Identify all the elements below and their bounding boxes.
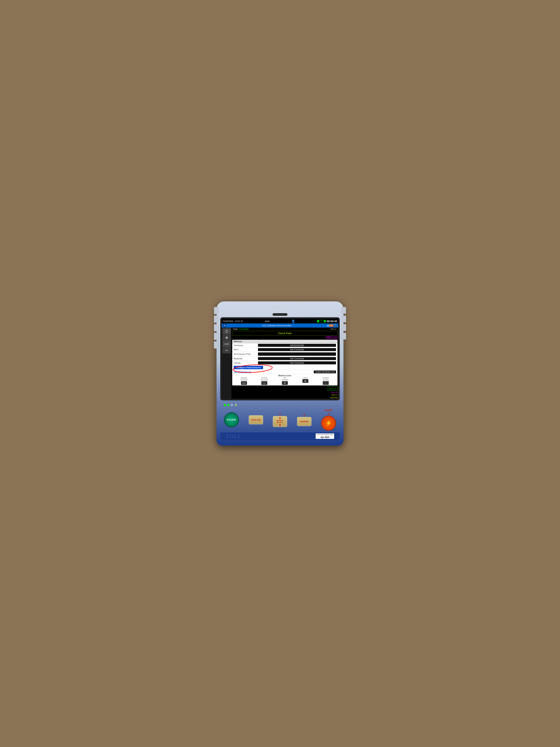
zoll-device: ZOLL® 01/02/2024 10:51:37 Adult 👤 ████ 0… [216, 302, 344, 445]
limits-label: Limits [224, 343, 229, 345]
screen-layout: 01/02/2024 10:51:37 Adult 👤 ████ 00:04:4… [222, 319, 338, 399]
right-hw-btn-3[interactable] [342, 324, 346, 331]
wifi-label: Wi-Fi [234, 349, 258, 351]
bluetooth-connected-label: BluetoothConnected [240, 377, 247, 381]
timer-display: 00:04:43 [327, 320, 337, 323]
battery-icon: ████ [317, 320, 326, 323]
left-hw-btn-5[interactable] [214, 341, 218, 349]
bluetooth-value: Not Connected [258, 357, 336, 360]
led-icons: ⏻ 🔋 [231, 404, 237, 406]
resp-label: Resp /min [329, 388, 336, 390]
brand-label: ZOLL® [220, 305, 340, 312]
plug-icon: 🔌 [334, 324, 337, 327]
co2-icon: ⊗ [327, 324, 329, 327]
date-time: 01/02/2024 10:51:37 [223, 320, 243, 322]
bluetooth-connected-symbol: ((·)) [241, 381, 247, 385]
bluetooth-connected-icon-item: BluetoothConnected ((·)) [238, 377, 249, 385]
bluetooth-label: Bluetooth [234, 357, 258, 360]
configure-btn-row: Configure Paired Devices [232, 365, 338, 370]
left-hw-btn-3[interactable] [214, 324, 218, 331]
wifi-value: Not Connected [258, 348, 336, 351]
physical-buttons-row: PACER ANALYZE 1 ▲ ENERGYSELECT ▼ 2 CHARG… [220, 407, 340, 433]
energy-select-group: 1 ▲ ENERGYSELECT ▼ [273, 413, 287, 427]
right-hw-btn-4[interactable] [342, 333, 346, 339]
left-hw-btn-4[interactable] [214, 333, 218, 340]
charge-group: 2 CHARGE [297, 413, 312, 426]
energy-select-button[interactable]: ▲ ENERGYSELECT ▼ [273, 416, 287, 427]
update-dist-button[interactable]: Update Distribution List [314, 370, 336, 373]
cellular-value: Not Connected [258, 361, 336, 364]
date-display: 01/02/2024 [223, 320, 233, 322]
hostname-value: AR19G042186 [258, 344, 336, 347]
check-pads-text: Check Pads [278, 332, 292, 335]
nibp-label: NIBP mmHg [326, 336, 338, 339]
spo2-panel: SpO2 % [232, 394, 338, 396]
check-pads-row: Check Pads [232, 331, 338, 335]
carry-handle [272, 313, 288, 316]
patient-type: Adult [265, 320, 270, 322]
right-hw-btn-2[interactable] [342, 316, 346, 322]
main-content: StatSet ⊗ Limits ↩ [222, 328, 338, 399]
battery-low-icon: 🔋 [235, 404, 237, 406]
right-hardware-buttons [342, 307, 346, 339]
configure-paired-devices-button[interactable]: Configure Paired Devices [234, 366, 263, 369]
stat-set-button[interactable]: StatSet [222, 328, 231, 334]
spo2-label: SpO2 % [331, 394, 338, 396]
patient-icon: 👤 [291, 319, 295, 323]
failed-icon-item: Failed ⊠ [300, 377, 311, 383]
cellular-label: Cellular [234, 362, 258, 364]
bluetooth-row: Bluetooth Not Connected [232, 357, 338, 361]
energy-down-arrow: ▼ [278, 423, 282, 427]
wireless-icons-row: BluetoothConnected ((·)) Wi-Fi/CellConne… [234, 377, 336, 385]
bottom-logo: ZOLL [226, 433, 242, 439]
shock-label: SHOCK [324, 409, 332, 412]
status-bar: 01/02/2024 10:51:37 Adult 👤 ████ 00:04:4… [222, 319, 338, 324]
left-hw-btn-2[interactable] [214, 316, 218, 323]
brand-reg: ® [284, 306, 286, 309]
failed-label: Failed [303, 377, 308, 379]
wifi-row: Wi-Fi Not Connected [232, 347, 338, 352]
shock-button[interactable]: ⚡ [321, 416, 336, 431]
nibp-row: NIBP mmHg [232, 336, 338, 339]
wifi-ap-value [258, 353, 336, 356]
hostname-row: Hostname AR19G042186 [232, 343, 338, 347]
back-arrow-button[interactable]: ↩ [222, 347, 231, 353]
plus-button[interactable]: + [223, 324, 226, 327]
view-dist-label[interactable]: View Distribution List [234, 371, 312, 373]
right-hw-btn-1[interactable] [342, 307, 346, 314]
analyze-group: ANALYZE [249, 415, 263, 424]
analyze-button[interactable]: ANALYZE [249, 415, 263, 424]
left-hw-btn-1[interactable] [214, 307, 218, 314]
wireless-modal: Wireless Hostname AR19G042186 Wi-Fi [232, 340, 338, 385]
failed-icon: ⊠ [304, 380, 306, 382]
distribution-list-row: View Distribution List Update Distributi… [232, 370, 338, 374]
charge-button[interactable]: CHARGE [297, 417, 312, 426]
wireless-body: Hostname AR19G042186 Wi-Fi Not Connected [232, 343, 338, 385]
resp-off-text: Resp Off [331, 391, 338, 393]
wifi-cell-connected-icon-item: Wi-Fi/CellConnected (·) [259, 377, 270, 385]
limits-button[interactable]: Limits [222, 341, 231, 347]
pads-scale: 1.0 cm/mV [239, 328, 249, 330]
alert-bar: + CO2 Calibration Recommended ⊗ On 🔌 [222, 324, 338, 328]
on-button[interactable]: On [329, 325, 333, 327]
number-3: 3 [328, 412, 329, 416]
led-row: ⏻ 🔋 [220, 403, 340, 407]
pads-label: Pads [233, 328, 238, 330]
energy-select-label: ENERGYSELECT [276, 420, 284, 423]
inspection-date: Apr 2023 [317, 436, 333, 438]
not-connected-symbol: ⊗ [282, 381, 288, 385]
resp-panel: Resp /min [328, 386, 338, 391]
center-content: Pads 1.0 cm/mV HR bpm Check Pads [232, 328, 338, 399]
not-connected-label: NotConnected [281, 377, 289, 381]
energy-up-arrow: ▲ [278, 416, 282, 420]
time-display: 10:51:37 [235, 320, 243, 322]
hr-label: HR bpm [330, 328, 337, 330]
wifi-cell-label: Wi-Fi/CellConnected [261, 377, 268, 381]
pacer-button[interactable]: PACER [224, 412, 239, 427]
led-1 [224, 404, 226, 406]
disabled-label: Disabled(no icon) [323, 377, 329, 381]
wifi-cell-icon: (·) [263, 382, 265, 384]
resp-off-panel: Resp Off [232, 391, 338, 394]
cross-button[interactable]: ⊗ [222, 335, 231, 341]
not-connected-icon-item: NotConnected ⊗ [279, 377, 290, 385]
